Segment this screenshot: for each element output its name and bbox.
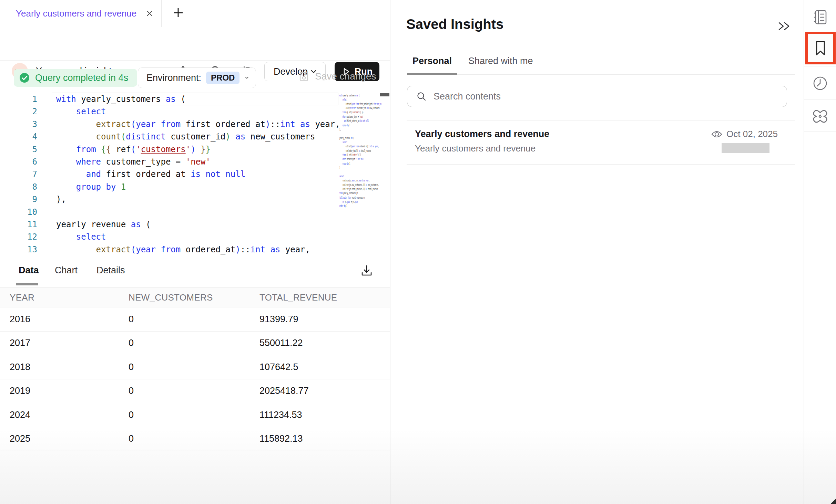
editor-scrollbar-thumb[interactable] xyxy=(380,93,389,96)
table-row[interactable]: 2016091399.79 xyxy=(0,307,390,332)
table-cell: 111234.53 xyxy=(259,403,390,427)
tab-shared-with-me[interactable]: Shared with me xyxy=(468,56,533,66)
column-header: YEAR xyxy=(0,288,129,307)
loading-skeleton xyxy=(722,143,769,153)
column-header: NEW_CUSTOMERS xyxy=(129,288,259,307)
table-cell: 0 xyxy=(129,355,259,379)
tab-details[interactable]: Details xyxy=(96,265,125,276)
table-cell: 0 xyxy=(129,331,259,355)
save-icon xyxy=(298,71,309,82)
search-box[interactable] xyxy=(407,86,787,107)
table-cell: 2017 xyxy=(0,331,129,355)
insight-item-subtitle: Yearly customers and revenue xyxy=(415,143,536,154)
right-icon-sidebar xyxy=(804,0,836,504)
table-cell: 2019 xyxy=(0,379,129,403)
line-number-gutter: 12345678910111213 xyxy=(0,93,37,256)
resize-handle[interactable] xyxy=(830,498,836,504)
insight-header: BL Your saved insight Develop Run xyxy=(0,27,390,61)
table-cell: 91399.79 xyxy=(259,307,390,332)
results-table: YEARNEW_CUSTOMERSTOTAL_REVENUE 201609139… xyxy=(0,287,390,451)
table-row[interactable]: 20180107642.5 xyxy=(0,355,390,379)
divider xyxy=(804,132,836,132)
environment-label: Environment: xyxy=(146,73,201,83)
status-row: Query completed in 4s Environment: PROD … xyxy=(0,61,390,92)
editor-minimap[interactable]: with yearly_customers as ( select extrac… xyxy=(339,93,381,255)
save-changes-label: Save changes xyxy=(315,71,376,82)
results-table-body: 2016091399.7920170550011.2220180107642.5… xyxy=(0,307,390,451)
table-cell: 0 xyxy=(129,427,259,451)
table-cell: 0 xyxy=(129,307,259,332)
new-tab-button[interactable] xyxy=(168,0,188,27)
editor-pane: Yearly customers and revenue BL Your sav… xyxy=(0,0,390,504)
minimap-code: with yearly_customers as ( select extrac… xyxy=(339,93,381,208)
table-cell: 2025 xyxy=(0,427,129,451)
active-tab-underline xyxy=(16,283,38,285)
query-status-text: Query completed in 4s xyxy=(35,73,128,83)
search-input[interactable] xyxy=(434,91,744,102)
search-icon xyxy=(416,91,427,102)
tab-data[interactable]: Data xyxy=(19,265,39,276)
environment-badge: PROD xyxy=(206,72,239,84)
history-clock-icon[interactable] xyxy=(804,72,836,94)
table-cell: 2016 xyxy=(0,307,129,332)
bookmark-icon[interactable] xyxy=(805,32,836,64)
save-changes-button[interactable]: Save changes xyxy=(298,71,376,82)
sql-editor[interactable]: 12345678910111213 with yearly_customers … xyxy=(0,92,390,257)
table-cell: 2025418.77 xyxy=(259,379,390,403)
divider xyxy=(804,66,836,66)
table-cell: 2024 xyxy=(0,403,129,427)
divider xyxy=(407,164,795,165)
saved-insights-panel: Saved Insights Personal Shared with me Y… xyxy=(391,0,804,504)
table-cell: 115892.13 xyxy=(259,427,390,451)
divider xyxy=(804,99,836,99)
table-cell: 0 xyxy=(129,379,259,403)
table-cell: 2018 xyxy=(0,355,129,379)
check-circle-icon xyxy=(19,72,30,84)
table-row[interactable]: 201902025418.77 xyxy=(0,379,390,403)
table-row[interactable]: 20240111234.53 xyxy=(0,403,390,427)
close-tab-icon[interactable] xyxy=(145,9,154,18)
table-cell: 0 xyxy=(129,403,259,427)
table-row[interactable]: 20170550011.22 xyxy=(0,331,390,355)
download-icon[interactable] xyxy=(359,263,374,278)
results-table-header: YEARNEW_CUSTOMERSTOTAL_REVENUE xyxy=(0,288,390,307)
query-status-pill: Query completed in 4s xyxy=(14,69,137,87)
saved-insight-list-item[interactable]: Yearly customers and revenue Yearly cust… xyxy=(407,120,795,164)
panel-title: Saved Insights xyxy=(406,17,503,32)
tab-personal[interactable]: Personal xyxy=(412,56,452,66)
table-row[interactable]: 20250115892.13 xyxy=(0,427,390,451)
plus-icon xyxy=(172,7,184,20)
notebook-icon[interactable] xyxy=(804,7,836,28)
active-tab-underline xyxy=(407,73,457,75)
editor-tab-bar: Yearly customers and revenue xyxy=(0,0,390,27)
divider xyxy=(804,31,836,31)
insight-item-meta: Oct 02, 2025 xyxy=(711,129,778,139)
tab-yearly-customers[interactable]: Yearly customers and revenue xyxy=(0,0,162,27)
insight-item-title: Yearly customers and revenue xyxy=(415,129,549,139)
table-cell: 550011.22 xyxy=(259,331,390,355)
collapse-panel-icon[interactable] xyxy=(776,19,792,33)
environment-selector[interactable]: Environment: PROD xyxy=(138,67,256,88)
results-tab-bar: Data Chart Details xyxy=(0,257,390,287)
table-cell: 107642.5 xyxy=(259,355,390,379)
tab-chart[interactable]: Chart xyxy=(55,265,78,276)
column-header: TOTAL_REVENUE xyxy=(259,288,390,307)
chevron-down-icon xyxy=(244,74,249,82)
insight-item-date: Oct 02, 2025 xyxy=(726,129,778,139)
dbt-compass-icon[interactable] xyxy=(804,105,836,127)
tab-title: Yearly customers and revenue xyxy=(16,8,136,19)
tab-track xyxy=(407,74,795,75)
eye-icon xyxy=(711,130,722,138)
